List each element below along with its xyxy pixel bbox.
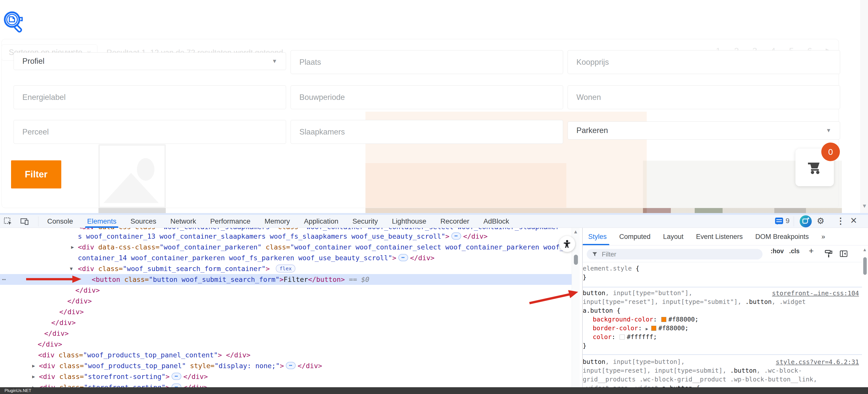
code-line[interactable]: ▼<div class="woof_submit_search_form_con… [0,263,571,274]
tab-recorder[interactable]: Recorder [440,215,469,228]
color-swatch[interactable] [620,334,625,339]
expand-dots-button[interactable]: ⋯ [172,373,181,380]
elements-scrollbar[interactable]: ▲ [571,228,580,387]
style-rule-line: input[type=reset], input[type=submit], .… [583,366,862,375]
code-token: < [39,373,43,381]
settings-gear-icon[interactable]: ⚙ [817,216,824,226]
styles-tab-dom-breakpoints[interactable]: DOM Breakpoints [755,228,809,245]
style-rule[interactable]: element.style {} [583,264,862,282]
tab-application[interactable]: Application [304,215,338,228]
code-token: < [38,351,42,359]
input-wonen[interactable]: Wonen [568,85,840,109]
rendering-brush-icon[interactable] [824,250,833,258]
styles-scrollbar[interactable]: ▲ [862,247,868,387]
line-options-icon[interactable]: ⋯ [2,274,6,285]
page-scrollbar[interactable]: ▼ [861,0,868,215]
code-line[interactable]: </div> [0,339,571,350]
tab-sources[interactable]: Sources [130,215,156,228]
scrollbar-thumb[interactable] [574,255,578,265]
styles-tab-layout[interactable]: Layout [663,228,683,245]
code-line[interactable]: ▶<div class="storefront-sorting">⋯</div> [0,382,571,387]
code-text: <div class="storefront-sorting">⋯</div> [39,371,208,382]
accessibility-overlay-button[interactable] [559,236,575,252]
code-line[interactable]: ⋯<button class="button woof_submit_searc… [0,274,571,285]
devtools-divider[interactable] [0,213,868,215]
input-plaats[interactable]: Plaats [290,50,563,74]
tab-memory[interactable]: Memory [265,215,290,228]
expand-dots-button[interactable]: ⋯ [172,384,181,387]
input-bouwperiode[interactable]: Bouwperiode [290,85,563,109]
expand-dots-button[interactable]: ⋯ [451,232,461,240]
styles-filter-input[interactable]: Filter [587,249,763,260]
input-energielabel[interactable]: Energielabel [13,85,286,109]
close-devtools-icon[interactable]: × [850,214,857,227]
styles-tab-event-listeners[interactable]: Event Listeners [696,228,743,245]
filter-funnel-icon [592,251,598,257]
style-token: , .wc-block- [756,367,802,374]
new-style-rule-button[interactable]: + [809,246,814,256]
kebab-menu-icon[interactable]: ⋮ [836,216,845,226]
code-line[interactable]: ▶<div class="woof_products_top_panel" st… [0,360,571,371]
styles-tab-styles[interactable]: Styles [588,228,607,245]
scroll-up-arrow-icon[interactable]: ▲ [573,229,578,235]
scroll-down-arrow-icon[interactable]: ▼ [862,203,867,209]
expand-arrow-icon[interactable]: ▶ [32,382,35,387]
inspect-element-icon[interactable] [3,217,12,226]
code-line[interactable]: </div> [0,306,571,317]
code-token: > [165,384,169,387]
more-tabs-chevrons[interactable]: » [821,228,825,245]
scroll-up-arrow-icon[interactable]: ▲ [863,247,867,253]
stylesheet-source-link[interactable]: style.css?ver=4.6.2:31 [776,358,859,366]
toggle-hover-state[interactable]: :hov [771,248,784,255]
device-toolbar-icon[interactable] [20,217,29,226]
stylesheet-source-link[interactable]: storefront-…ine-css:104 [772,290,859,297]
code-line[interactable]: ▶<div data-css-class="woof_container_par… [0,242,571,253]
input-perceel[interactable]: Perceel [13,120,286,144]
expand-dots-button[interactable]: ⋯ [286,362,296,369]
code-line[interactable]: s woof_container_13 woof_container_slaap… [0,231,571,242]
toggle-classes[interactable]: .cls [789,248,800,255]
computed-sidebar-icon[interactable] [839,250,848,258]
input-koopprijs[interactable]: Koopprijs [568,50,840,74]
code-text: <div class="woof_submit_search_form_cont… [78,263,296,274]
select-profiel[interactable]: Profiel▼ [13,53,286,70]
color-swatch[interactable] [661,317,666,322]
tab-console[interactable]: Console [47,215,73,228]
expand-arrow-icon[interactable]: ▶ [32,371,35,382]
cart-count-badge: 0 [821,142,840,161]
scrollbar-thumb[interactable] [863,257,867,275]
code-line[interactable]: </div> [0,296,571,306]
color-swatch[interactable] [651,326,656,331]
expand-arrow-icon[interactable]: ▶ [71,242,74,253]
code-token: </div> [226,351,251,359]
select-parkeren[interactable]: Parkeren▼ [568,122,840,139]
rule-separator [583,354,862,355]
style-token: : [653,316,661,323]
expand-arrow-icon[interactable]: ▶ [32,360,35,371]
issues-counter[interactable]: 9 [775,217,789,225]
code-line[interactable]: </div> [0,317,571,328]
code-line[interactable]: </div> [0,285,571,296]
input-slaapkamers[interactable]: Slaapkamers [290,120,563,144]
tab-security[interactable]: Security [352,215,378,228]
styles-tab-computed[interactable]: Computed [619,228,651,245]
code-token: </div> [410,254,435,262]
code-token: </div> [59,308,84,316]
style-rule[interactable]: storefront-…ine-css:104button, input[typ… [583,289,862,350]
tab-elements[interactable]: Elements [87,215,117,228]
tab-adblock[interactable]: AdBlock [484,215,509,228]
code-line[interactable]: ▶<div class="storefront-sorting">⋯</div> [0,371,571,382]
filter-submit-button[interactable]: Filter [11,160,61,189]
expand-arrow-open-icon[interactable]: ▼ [70,263,72,274]
code-line[interactable]: container_14 woof_container_parkeren woo… [0,253,571,263]
style-token: element.style [583,265,632,272]
code-line[interactable]: <div class="woof_products_top_panel_cont… [0,350,571,360]
expand-dots-button[interactable]: ⋯ [398,254,408,261]
flex-badge[interactable]: flex [276,264,296,272]
tab-lighthouse[interactable]: Lighthouse [392,215,426,228]
tab-network[interactable]: Network [170,215,196,228]
tab-performance[interactable]: Performance [210,215,250,228]
code-token: > [165,373,169,381]
code-line[interactable]: </div> [0,328,571,339]
extension-icon[interactable]: ✦ [800,215,812,227]
